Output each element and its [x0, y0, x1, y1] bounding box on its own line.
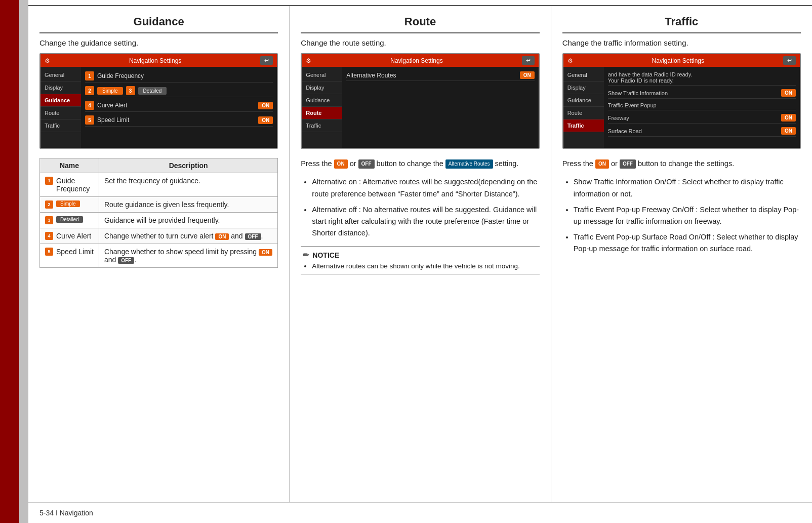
nav-title-bar-route: ⚙ Navigation Settings ↩: [302, 54, 538, 67]
route-title: Route: [301, 15, 539, 33]
nav-body-guidance: General Display Guidance Route Traffic 1…: [40, 67, 277, 148]
route-notice: ✏ NOTICE Alternative routes can be shown…: [301, 246, 539, 274]
traffic-row-radio-id: and have the data Radio ID ready.Your Ra…: [608, 70, 796, 86]
nav-body-route: General Display Guidance Route Traffic A…: [302, 67, 538, 148]
table-cell-guide-freq-desc: Set the frequency of guidance.: [99, 173, 277, 197]
nav-title-traffic: Navigation Settings: [652, 57, 704, 64]
table-badge-1: 1: [45, 177, 53, 185]
nav-main-guidance: 1 Guide Frequency 2 Simple 3 Detailed: [81, 67, 277, 148]
press-off-traffic[interactable]: OFF: [620, 159, 636, 169]
nav-back-btn-route[interactable]: ↩: [522, 56, 535, 65]
table-btn-simple[interactable]: Simple: [56, 200, 80, 207]
label-alt-routes: Alternative Routes: [346, 72, 396, 79]
label-show-traffic: Show Traffic Information: [608, 90, 668, 96]
btn-simple[interactable]: Simple: [97, 87, 123, 95]
nav-row-alt-left: Alternative Routes: [346, 72, 396, 79]
guidance-title: Guidance: [39, 15, 278, 33]
sidebar-general-route[interactable]: General: [302, 69, 342, 82]
table-row-curve-alert: 4 Curve Alert Change whether to turn cur…: [40, 228, 278, 244]
curve-on-inline[interactable]: ON: [215, 233, 229, 240]
speed-off-inline[interactable]: OFF: [118, 257, 134, 264]
notice-item-route-1: Alternative routes can be shown only whi…: [312, 262, 537, 270]
show-traffic-on-btn[interactable]: ON: [781, 89, 796, 97]
table-cell-guide-freq-name: 1 GuideFrequency: [40, 173, 99, 197]
label-surface-road: Surface Road: [608, 128, 642, 134]
press-on-route[interactable]: ON: [334, 159, 348, 169]
nav-row-simple-left: 2 Simple 3 Detailed: [85, 86, 167, 95]
table-badge-3: 3: [45, 216, 53, 224]
notice-icon-route: ✏: [303, 251, 309, 260]
route-screenshot: ⚙ Navigation Settings ↩ General Display …: [301, 53, 539, 149]
sidebar-guidance-route[interactable]: Guidance: [302, 94, 342, 107]
gear-icon-route: ⚙: [306, 57, 311, 64]
speed-on-inline[interactable]: ON: [259, 249, 272, 256]
speed-limit-on-btn[interactable]: ON: [258, 116, 273, 124]
nav-main-traffic: and have the data Radio ID ready.Your Ra…: [604, 67, 800, 148]
route-bullet-1: Alternative on : Alternative routes will…: [312, 176, 539, 199]
nav-back-btn-guidance[interactable]: ↩: [260, 56, 273, 65]
surface-road-on-btn[interactable]: ON: [781, 127, 796, 135]
badge-1: 1: [85, 71, 94, 81]
nav-title-guidance: Navigation Settings: [129, 57, 181, 64]
nav-sidebar-guidance: General Display Guidance Route Traffic: [40, 67, 81, 148]
table-header-name: Name: [40, 158, 99, 173]
sidebar-traffic-traffic[interactable]: Traffic: [563, 119, 604, 132]
btn-detailed[interactable]: Detailed: [138, 87, 167, 95]
sidebar-guidance-guidance[interactable]: Guidance: [40, 94, 81, 107]
nav-title-bar-traffic: ⚙ Navigation Settings ↩: [563, 54, 800, 67]
badge-4: 4: [85, 101, 94, 110]
sidebar-route-route[interactable]: Route: [302, 107, 342, 119]
curve-alert-on-btn[interactable]: ON: [258, 102, 273, 109]
label-freeway: Freeway: [608, 115, 629, 121]
traffic-bullet-3: Traffic Event Pop-up Surface Road On/Off…: [574, 231, 801, 255]
sidebar-traffic-guidance[interactable]: Traffic: [40, 119, 81, 132]
footer-text: 5-34 I Navigation: [39, 509, 93, 517]
badge-5: 5: [85, 115, 94, 125]
footer: 5-34 I Navigation: [28, 502, 812, 523]
nav-sidebar-traffic: General Display Guidance Route Traffic: [563, 67, 604, 148]
table-cell-curve-desc: Change whether to turn curve alert ON an…: [99, 228, 277, 244]
sidebar-general-traffic[interactable]: General: [563, 69, 604, 82]
traffic-press-text: Press the ON or OFF button to change the…: [562, 158, 801, 169]
red-tab: [0, 0, 19, 523]
press-on-traffic[interactable]: ON: [595, 159, 609, 169]
sidebar-guidance-traffic[interactable]: Guidance: [563, 94, 604, 107]
alt-routes-on-btn[interactable]: ON: [520, 71, 535, 79]
sidebar-route-traffic[interactable]: Route: [563, 107, 604, 119]
route-bullets: Alternative on : Alternative routes will…: [301, 176, 539, 239]
nav-back-btn-traffic[interactable]: ↩: [783, 56, 796, 65]
sidebar-display-traffic[interactable]: Display: [563, 82, 604, 94]
route-subtitle: Change the route setting.: [301, 38, 539, 47]
freeway-on-btn[interactable]: ON: [781, 114, 796, 122]
table-btn-detailed[interactable]: Detailed: [56, 216, 83, 223]
table-name-guide-freq: GuideFrequency: [56, 177, 90, 193]
traffic-row-show: Show Traffic Information ON: [608, 88, 796, 99]
badge-3: 3: [126, 86, 135, 95]
press-off-route[interactable]: OFF: [358, 159, 375, 169]
route-column: Route Change the route setting. ⚙ Naviga…: [290, 6, 551, 502]
sidebar-traffic-route[interactable]: Traffic: [302, 119, 342, 132]
nav-row-speed-left: 5 Speed Limit: [85, 115, 129, 125]
curve-off-inline[interactable]: OFF: [245, 233, 261, 240]
table-badge-2: 2: [45, 200, 53, 209]
guidance-column: Guidance Change the guidance setting. ⚙ …: [28, 6, 290, 502]
notice-title-route: ✏ NOTICE: [303, 251, 537, 260]
guidance-screenshot: ⚙ Navigation Settings ↩ General Display …: [39, 53, 278, 149]
sidebar-display-guidance[interactable]: Display: [40, 82, 81, 94]
nav-row-curve-alert: 4 Curve Alert ON: [85, 99, 273, 112]
nav-row-alt-routes: Alternative Routes ON: [346, 70, 534, 81]
table-cell-speed-desc: Change whether to show speed limit by pr…: [99, 244, 277, 268]
notice-list-route: Alternative routes can be shown only whi…: [303, 262, 537, 270]
label-guide-freq: Guide Frequency: [97, 72, 144, 79]
table-header-desc: Description: [99, 158, 277, 173]
traffic-row-freeway: Freeway ON: [608, 112, 796, 124]
gray-tab: [19, 0, 28, 523]
sidebar-route-guidance[interactable]: Route: [40, 107, 81, 119]
sidebar-display-route[interactable]: Display: [302, 82, 342, 94]
traffic-bullets: Show Traffic Information On/Off : Select…: [562, 176, 801, 255]
table-badge-5: 5: [45, 248, 53, 256]
nav-row-guide-freq: 1 Guide Frequency: [85, 70, 273, 83]
sidebar-general-guidance[interactable]: General: [40, 69, 81, 82]
label-radio-id: and have the data Radio ID ready.Your Ra…: [608, 71, 693, 84]
traffic-bullet-2: Traffic Event Pop-up Freeway On/Off : Se…: [574, 204, 801, 227]
